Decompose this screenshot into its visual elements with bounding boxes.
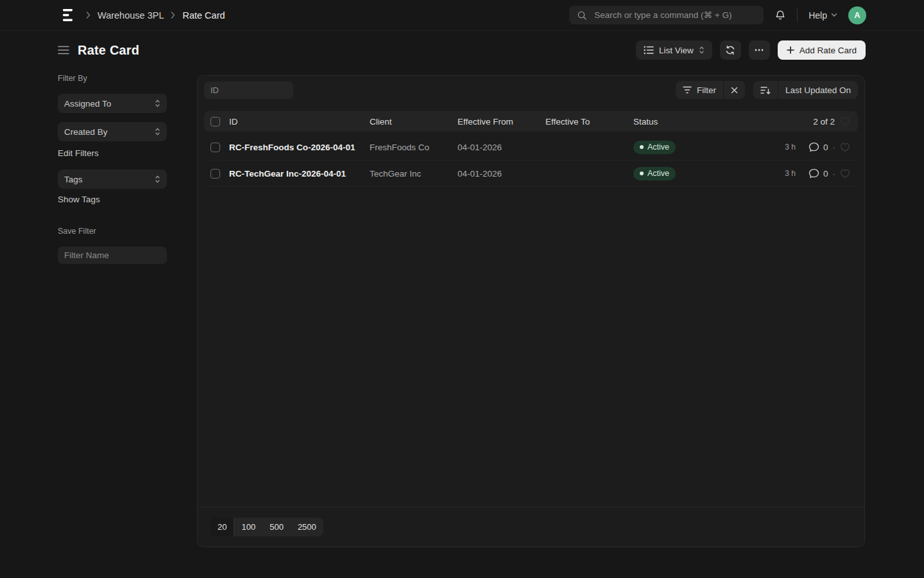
updown-caret-icon xyxy=(155,99,160,108)
sort-field-button[interactable]: Last Updated On xyxy=(778,81,858,99)
list-rows: RC-FreshFoods Co-2026-04-01 FreshFoods C… xyxy=(204,134,858,187)
status-badge: Active xyxy=(633,167,676,180)
breadcrumb-item-workspace[interactable]: Warehouse 3PL xyxy=(98,10,164,21)
list-filter-row: Filter xyxy=(204,81,858,99)
assigned-to-select[interactable]: Assigned To xyxy=(58,94,167,113)
page-length-group: 20 100 500 2500 xyxy=(210,518,323,536)
comment-count-button[interactable]: 0 xyxy=(809,142,828,152)
notifications-button[interactable] xyxy=(774,10,786,21)
row-effective-from: 04-01-2026 xyxy=(458,143,545,152)
header-checkbox-cell xyxy=(210,117,229,127)
sort-icon xyxy=(760,86,771,94)
like-heart-icon[interactable] xyxy=(840,169,850,179)
refresh-button[interactable] xyxy=(720,40,741,60)
updown-caret-icon xyxy=(699,46,705,55)
add-rate-card-label: Add Rate Card xyxy=(800,46,857,55)
record-count[interactable]: 2 of 2 xyxy=(813,117,835,127)
page-title: Rate Card xyxy=(78,43,139,58)
avatar[interactable]: A xyxy=(848,6,866,24)
row-status-cell: Active xyxy=(633,167,785,180)
edit-filters-link[interactable]: Edit Filters xyxy=(58,148,99,159)
list-header-row: ID Client Effective From Effective To St… xyxy=(204,111,858,132)
filter-button[interactable]: Filter xyxy=(676,81,723,99)
liked-filter-heart-icon[interactable] xyxy=(840,117,850,127)
list-view-icon xyxy=(644,46,654,55)
row-checkbox[interactable] xyxy=(210,143,220,152)
status-label: Active xyxy=(647,169,669,178)
comment-icon xyxy=(809,142,819,152)
created-by-label: Created By xyxy=(64,127,108,137)
sort-field-label: Last Updated On xyxy=(785,85,851,95)
select-all-checkbox[interactable] xyxy=(210,117,220,127)
column-header-status[interactable]: Status xyxy=(633,117,813,127)
funnel-icon xyxy=(683,86,692,94)
column-header-effective-from[interactable]: Effective From xyxy=(458,117,545,127)
sort-direction-button[interactable] xyxy=(753,81,778,99)
global-search[interactable] xyxy=(569,6,764,24)
navbar-divider xyxy=(797,8,798,22)
column-header-id[interactable]: ID xyxy=(229,117,370,127)
list-view-panel: Filter xyxy=(197,75,865,547)
row-checkbox-cell xyxy=(210,169,229,179)
assigned-to-label: Assigned To xyxy=(64,99,111,109)
chevron-down-icon xyxy=(831,13,837,17)
page-length-20[interactable]: 20 xyxy=(210,518,234,536)
row-id-link[interactable]: RC-TechGear Inc-2026-04-01 xyxy=(229,169,370,179)
page-header-left: Rate Card xyxy=(58,43,139,58)
updown-caret-icon xyxy=(155,127,160,136)
app-logo[interactable] xyxy=(63,9,73,21)
comment-count-button[interactable]: 0 xyxy=(809,168,828,179)
row-checkbox[interactable] xyxy=(210,169,220,179)
like-heart-icon[interactable] xyxy=(840,143,850,152)
row-meta-cell: 3 h 0 · xyxy=(785,142,858,152)
filter-by-label: Filter By xyxy=(58,73,167,83)
column-header-effective-to[interactable]: Effective To xyxy=(545,117,633,127)
plus-icon xyxy=(787,46,794,54)
dot-separator: · xyxy=(833,169,836,179)
breadcrumb-item-current[interactable]: Rate Card xyxy=(182,10,225,21)
page-header-actions: List View Add Rate Card xyxy=(636,40,866,60)
created-by-select[interactable]: Created By xyxy=(58,122,167,141)
close-icon xyxy=(731,87,738,94)
menu-button[interactable] xyxy=(749,40,770,60)
comment-count: 0 xyxy=(823,143,828,152)
view-switcher-button[interactable]: List View xyxy=(636,40,712,60)
column-header-client[interactable]: Client xyxy=(370,117,458,127)
page-length-500[interactable]: 500 xyxy=(262,518,291,536)
row-client: TechGear Inc xyxy=(370,169,458,179)
row-meta-cell: 3 h 0 · xyxy=(785,168,858,179)
dot-separator: · xyxy=(833,143,836,152)
comment-count: 0 xyxy=(823,169,828,179)
header-meta-cell: 2 of 2 xyxy=(813,117,858,127)
table-row[interactable]: RC-FreshFoods Co-2026-04-01 FreshFoods C… xyxy=(204,134,858,161)
status-dot-icon xyxy=(640,171,644,175)
search-input[interactable] xyxy=(593,10,756,21)
page-length-100[interactable]: 100 xyxy=(234,518,262,536)
chevron-right-icon xyxy=(86,12,90,19)
filter-button-label: Filter xyxy=(697,85,716,95)
row-id-link[interactable]: RC-FreshFoods Co-2026-04-01 xyxy=(229,143,370,152)
sidebar-toggle-button[interactable] xyxy=(58,46,69,55)
bell-icon xyxy=(774,10,786,21)
add-rate-card-button[interactable]: Add Rate Card xyxy=(778,40,866,60)
tags-select[interactable]: Tags xyxy=(58,170,167,189)
row-status-cell: Active xyxy=(633,141,785,154)
row-client: FreshFoods Co xyxy=(370,143,458,152)
sidebar-toggle-icon xyxy=(58,46,69,55)
filter-controls: Filter xyxy=(676,81,858,99)
clear-filter-button[interactable] xyxy=(724,81,745,99)
view-switcher-label: List View xyxy=(659,46,694,55)
list-footer: 20 100 500 2500 xyxy=(198,507,864,547)
breadcrumb: Warehouse 3PL Rate Card xyxy=(86,10,225,21)
show-tags-link[interactable]: Show Tags xyxy=(58,194,100,206)
last-modified: 3 h xyxy=(785,169,796,178)
filter-name-input[interactable] xyxy=(58,247,167,264)
navbar-left: Warehouse 3PL Rate Card xyxy=(58,9,225,21)
id-filter-input[interactable] xyxy=(204,82,293,99)
page-header: Rate Card List View xyxy=(58,39,866,62)
status-label: Active xyxy=(647,143,669,152)
last-modified: 3 h xyxy=(785,143,796,152)
table-row[interactable]: RC-TechGear Inc-2026-04-01 TechGear Inc … xyxy=(204,161,858,187)
page-length-2500[interactable]: 2500 xyxy=(291,518,323,536)
help-menu[interactable]: Help xyxy=(809,10,837,21)
